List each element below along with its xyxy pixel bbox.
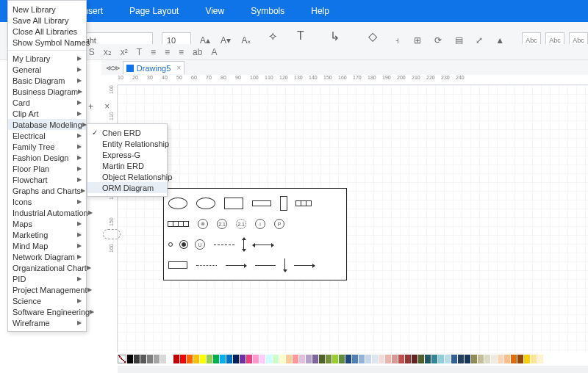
color-swatch[interactable] xyxy=(524,355,530,363)
vertical-arrow-shape[interactable] xyxy=(284,258,285,272)
color-palette[interactable] xyxy=(118,354,585,364)
horizontal-scrollbar[interactable] xyxy=(118,366,588,373)
menu-item[interactable]: New Library xyxy=(8,4,86,15)
submenu-item[interactable]: Object Relationship xyxy=(87,171,167,182)
menu-item[interactable]: Floor Plan▶ xyxy=(8,163,86,174)
color-swatch[interactable] xyxy=(253,355,259,363)
color-swatch[interactable] xyxy=(127,355,133,363)
color-swatch[interactable] xyxy=(451,355,457,363)
color-swatch[interactable] xyxy=(365,355,371,363)
menu-item[interactable]: Business Diagram▶ xyxy=(8,86,86,97)
dashed-line-shape[interactable] xyxy=(214,245,234,245)
color-swatch[interactable] xyxy=(379,355,384,363)
superscript-icon[interactable]: x² xyxy=(121,47,128,57)
color-swatch[interactable] xyxy=(326,355,331,363)
menu-item[interactable]: Close All Libraries xyxy=(8,26,86,37)
menu-item[interactable]: Save All Library xyxy=(8,15,86,26)
dotted-circle-shape[interactable]: 2.1 xyxy=(236,219,246,229)
ellipse-shape[interactable] xyxy=(168,198,187,209)
ribbon-tab-page-layout[interactable]: Page Layout xyxy=(129,6,179,16)
menu-item[interactable]: PID▶ xyxy=(8,273,86,284)
color-swatch[interactable] xyxy=(339,355,345,363)
color-swatch[interactable] xyxy=(160,355,166,363)
color-swatch[interactable] xyxy=(187,355,193,363)
color-swatch[interactable] xyxy=(372,355,378,363)
color-swatch[interactable] xyxy=(359,355,365,363)
ellipse-shape-2[interactable] xyxy=(196,198,215,209)
color-swatch[interactable] xyxy=(438,355,444,363)
color-swatch[interactable] xyxy=(180,355,186,363)
color-swatch[interactable] xyxy=(531,355,537,363)
segmented-shape[interactable] xyxy=(296,200,312,206)
menu-item[interactable]: Database Modeling▶ xyxy=(8,119,86,130)
color-swatch[interactable] xyxy=(273,355,279,363)
shape-stencil-panel[interactable]: ⊗ 2.1 2.1 i P U xyxy=(163,188,347,280)
color-swatch[interactable] xyxy=(478,355,484,363)
subscript-icon[interactable]: x₂ xyxy=(104,47,112,57)
ribbon-tab-view[interactable]: View xyxy=(205,6,224,16)
color-swatch[interactable] xyxy=(511,355,517,363)
color-swatch[interactable] xyxy=(147,355,153,363)
color-swatch[interactable] xyxy=(246,355,252,363)
text-icon[interactable]: T xyxy=(137,47,142,57)
color-swatch[interactable] xyxy=(504,355,510,363)
color-swatch[interactable] xyxy=(266,355,272,363)
vertical-double-arrow[interactable] xyxy=(243,238,244,251)
submenu-item[interactable]: Express-G xyxy=(87,149,167,160)
submenu-item[interactable]: Entity Relationship xyxy=(87,138,167,149)
color-swatch[interactable] xyxy=(233,355,239,363)
color-swatch[interactable] xyxy=(471,355,477,363)
color-swatch[interactable] xyxy=(312,355,318,363)
font-color-icon[interactable]: A xyxy=(211,47,217,57)
color-swatch[interactable] xyxy=(286,355,292,363)
color-swatch[interactable] xyxy=(445,355,451,363)
menu-item[interactable]: Network Diagram▶ xyxy=(8,251,86,262)
menu-item[interactable]: Graphs and Charts▶ xyxy=(8,185,86,196)
color-swatch[interactable] xyxy=(398,355,404,363)
menu-item[interactable]: Science▶ xyxy=(8,295,86,306)
color-swatch[interactable] xyxy=(458,355,464,363)
color-swatch[interactable] xyxy=(207,355,212,363)
color-swatch[interactable] xyxy=(392,355,398,363)
color-swatch[interactable] xyxy=(259,355,265,363)
color-swatch[interactable] xyxy=(332,355,338,363)
dotted-line-shape[interactable] xyxy=(196,265,217,266)
menu-item[interactable]: Mind Map▶ xyxy=(8,240,86,251)
color-swatch[interactable] xyxy=(193,355,199,363)
submenu-item[interactable]: ORM Diagram xyxy=(87,182,167,193)
box-shape[interactable] xyxy=(168,261,187,269)
color-swatch[interactable] xyxy=(431,355,437,363)
menu-item[interactable]: Card▶ xyxy=(8,97,86,108)
u-circle-shape[interactable]: U xyxy=(195,239,205,250)
menu-item[interactable]: Maps▶ xyxy=(8,218,86,229)
color-swatch[interactable] xyxy=(167,355,173,363)
menu-item[interactable]: Basic Diagram▶ xyxy=(8,75,86,86)
open-dot-shape[interactable] xyxy=(168,242,173,247)
database-modeling-submenu[interactable]: Chen ERDEntity RelationshipExpress-GMart… xyxy=(87,123,168,197)
shapes-panel-controls[interactable]: + × xyxy=(88,101,114,112)
color-swatch[interactable] xyxy=(425,355,431,363)
library-menu[interactable]: New LibrarySave All LibraryClose All Lib… xyxy=(7,0,87,332)
boxes-shape[interactable] xyxy=(168,221,189,227)
menu-item[interactable]: Icons▶ xyxy=(8,196,86,207)
tab-scroll-icon[interactable]: ≪ ≫ xyxy=(101,64,123,72)
color-swatch[interactable] xyxy=(517,355,523,363)
menu-item[interactable]: Flowchart▶ xyxy=(8,174,86,185)
color-swatch[interactable] xyxy=(319,355,325,363)
arrow-shape[interactable] xyxy=(226,265,246,266)
menu-item[interactable]: Organizational Chart▶ xyxy=(8,262,86,273)
i-circle-shape[interactable]: i xyxy=(255,219,265,229)
menu-item[interactable]: My Library▶ xyxy=(8,53,86,64)
crossed-circle-shape[interactable]: ⊗ xyxy=(198,219,208,229)
color-swatch[interactable] xyxy=(240,355,245,363)
p-circle-shape[interactable]: P xyxy=(274,219,284,229)
color-swatch[interactable] xyxy=(498,355,503,363)
rect-shape[interactable] xyxy=(224,198,243,209)
close-tab-icon[interactable]: × xyxy=(176,64,181,72)
color-swatch[interactable] xyxy=(465,355,470,363)
rect-tall-shape[interactable] xyxy=(280,196,287,211)
color-swatch[interactable] xyxy=(293,355,298,363)
color-swatch[interactable] xyxy=(418,355,424,363)
align-left-icon[interactable]: ≡ xyxy=(151,47,156,57)
color-swatch[interactable] xyxy=(200,355,206,363)
